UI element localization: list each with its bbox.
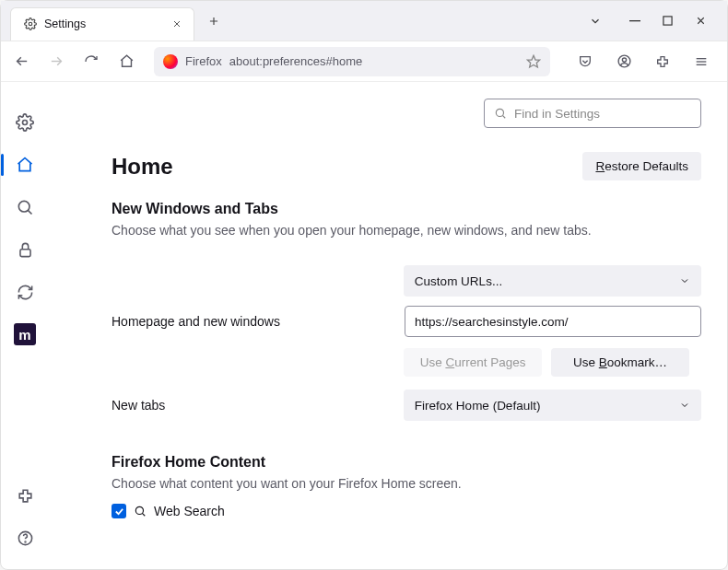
tab-list-chevron-icon[interactable] bbox=[589, 15, 602, 28]
section-home-content-heading: Firefox Home Content bbox=[112, 454, 701, 471]
select-value: Custom URLs... bbox=[415, 274, 502, 288]
bookmark-star-icon[interactable] bbox=[526, 54, 541, 69]
close-window-button[interactable] bbox=[695, 15, 707, 27]
find-in-settings-input[interactable]: Find in Settings bbox=[484, 99, 701, 128]
svg-point-12 bbox=[23, 121, 28, 125]
newtabs-label: New tabs bbox=[112, 398, 404, 413]
firefox-logo-icon bbox=[163, 54, 178, 69]
window-controls bbox=[629, 15, 727, 27]
newtabs-select[interactable]: Firefox Home (Default) bbox=[404, 390, 701, 421]
svg-point-0 bbox=[29, 22, 32, 26]
app-menu-icon[interactable] bbox=[687, 47, 716, 76]
url-bar[interactable]: Firefox about:preferences#home bbox=[154, 47, 550, 76]
section-new-windows-desc: Choose what you see when you open your h… bbox=[112, 223, 701, 238]
browser-tab[interactable]: Settings bbox=[10, 7, 194, 41]
chevron-down-icon bbox=[679, 275, 690, 286]
urlbar-text: about:preferences#home bbox=[229, 54, 519, 68]
search-icon bbox=[134, 505, 147, 518]
homepage-label: Homepage and new windows bbox=[112, 314, 405, 329]
web-search-checkbox-row[interactable]: Web Search bbox=[112, 504, 701, 518]
svg-rect-15 bbox=[19, 249, 29, 256]
svg-line-19 bbox=[502, 115, 505, 118]
svg-rect-2 bbox=[663, 17, 672, 25]
titlebar: Settings bbox=[1, 1, 727, 41]
page-title: Home bbox=[112, 154, 173, 180]
svg-point-8 bbox=[622, 58, 626, 62]
tab-title: Settings bbox=[44, 17, 170, 30]
svg-point-17 bbox=[25, 541, 26, 542]
sidebar-general[interactable] bbox=[6, 104, 43, 141]
checkbox-checked-icon[interactable] bbox=[112, 504, 126, 518]
search-icon bbox=[494, 107, 507, 120]
sidebar-sync[interactable] bbox=[6, 273, 43, 310]
svg-marker-6 bbox=[527, 55, 539, 67]
reload-button[interactable] bbox=[76, 47, 106, 76]
svg-line-21 bbox=[142, 513, 145, 516]
settings-sidebar: m bbox=[1, 82, 49, 569]
sidebar-extensions[interactable] bbox=[6, 484, 43, 521]
sidebar-help[interactable] bbox=[6, 527, 43, 564]
account-icon[interactable] bbox=[609, 47, 639, 76]
sidebar-more-mozilla[interactable]: m bbox=[6, 316, 43, 353]
svg-rect-1 bbox=[629, 20, 640, 21]
restore-defaults-button[interactable]: Restore Defaults bbox=[582, 152, 701, 180]
select-value: Firefox Home (Default) bbox=[415, 399, 541, 413]
nav-toolbar: Firefox about:preferences#home bbox=[1, 41, 727, 82]
sidebar-search[interactable] bbox=[6, 189, 43, 226]
minimize-button[interactable] bbox=[629, 16, 640, 27]
web-search-label: Web Search bbox=[154, 504, 225, 518]
svg-point-18 bbox=[496, 109, 503, 116]
search-placeholder: Find in Settings bbox=[514, 107, 600, 121]
extensions-icon[interactable] bbox=[648, 47, 677, 76]
svg-point-13 bbox=[18, 201, 29, 212]
back-button[interactable] bbox=[6, 47, 36, 76]
gear-icon bbox=[24, 17, 37, 30]
maximize-button[interactable] bbox=[663, 16, 673, 26]
mozilla-icon: m bbox=[14, 323, 36, 345]
use-bookmark-button[interactable]: Use Bookmark… bbox=[551, 348, 689, 377]
forward-button[interactable] bbox=[41, 47, 71, 76]
close-tab-icon[interactable] bbox=[170, 17, 184, 31]
svg-point-20 bbox=[135, 506, 143, 514]
section-home-content-desc: Choose what content you want on your Fir… bbox=[112, 476, 701, 491]
sidebar-privacy[interactable] bbox=[6, 231, 43, 268]
new-tab-button[interactable] bbox=[202, 9, 226, 33]
sidebar-home[interactable] bbox=[6, 146, 43, 183]
section-new-windows-heading: New Windows and Tabs bbox=[112, 201, 701, 217]
svg-line-14 bbox=[28, 210, 31, 214]
home-button[interactable] bbox=[112, 47, 141, 76]
settings-main: Find in Settings Home Restore Defaults N… bbox=[49, 82, 727, 569]
urlbar-prefix: Firefox bbox=[185, 54, 222, 68]
chevron-down-icon bbox=[679, 400, 690, 411]
homepage-mode-select[interactable]: Custom URLs... bbox=[404, 265, 701, 297]
use-current-pages-button[interactable]: Use Current Pages bbox=[404, 348, 542, 377]
pocket-icon[interactable] bbox=[570, 47, 600, 76]
homepage-url-input[interactable] bbox=[405, 306, 701, 337]
